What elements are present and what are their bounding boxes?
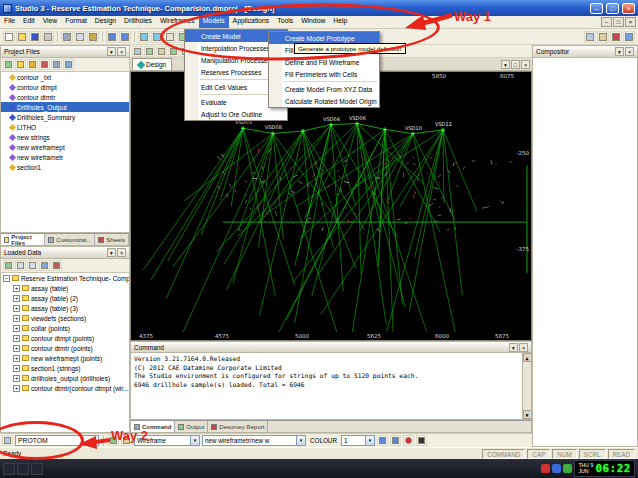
record-icon[interactable]	[403, 435, 414, 446]
minimize-button[interactable]: –	[590, 3, 603, 14]
scroll-down-icon[interactable]: ▼	[523, 410, 532, 419]
tree-item[interactable]: contour dtmtr	[1, 92, 129, 102]
tree-item[interactable]: new wireframetr	[1, 152, 129, 162]
tree-item[interactable]: +assay (table)	[1, 283, 129, 293]
tab-command[interactable]: Command	[131, 421, 175, 432]
zoom-in-icon[interactable]	[138, 31, 150, 43]
mdi-close-button[interactable]: ×	[625, 17, 636, 27]
expand-icon[interactable]: +	[13, 335, 20, 342]
menu-tools[interactable]: Tools	[273, 16, 297, 28]
tray-status-icon[interactable]	[563, 464, 572, 473]
compositor-pin-icon[interactable]: ▾	[615, 47, 624, 56]
collapse-icon[interactable]: −	[3, 275, 10, 282]
copy-icon[interactable]	[74, 31, 86, 43]
tree-item-selected[interactable]: Drillholes_Output	[1, 102, 129, 112]
menu-item-fill-perimeters-with-cells[interactable]: Fill Perimeters with Cells	[269, 68, 379, 80]
tab-customization[interactable]: Customizat...	[45, 234, 95, 245]
expand-icon[interactable]: +	[13, 325, 20, 332]
tab-design[interactable]: Design	[132, 58, 172, 70]
tree-item[interactable]: section1	[1, 162, 129, 172]
taskbar-app-icon[interactable]	[31, 463, 43, 475]
scroll-up-icon[interactable]: ▲	[523, 353, 532, 362]
expand-icon[interactable]: +	[13, 385, 20, 392]
pf-delete-icon[interactable]	[39, 59, 50, 70]
macro-icon[interactable]	[121, 435, 132, 446]
menu-models[interactable]: Models	[199, 16, 229, 28]
expand-icon[interactable]: +	[13, 285, 20, 292]
tree-item[interactable]: contour _txt	[1, 72, 129, 82]
mdi-minimize-button[interactable]: –	[601, 17, 612, 27]
menu-edit[interactable]: Edit	[19, 16, 39, 28]
tree-item[interactable]: +assay (table) (2)	[1, 293, 129, 303]
tree-item[interactable]: contour dtmpt	[1, 82, 129, 92]
loaded-data-close-icon[interactable]: ×	[117, 248, 126, 257]
menu-item-adjust-to-ore-outline[interactable]: Adjust to Ore Outline	[185, 108, 287, 120]
pf-filter-icon[interactable]	[63, 59, 74, 70]
colour-combo[interactable]: 1 ▾	[341, 435, 375, 446]
project-files-close-icon[interactable]: ×	[117, 47, 126, 56]
viewtab-restore-icon[interactable]: □	[511, 60, 520, 69]
zoom-out-icon[interactable]	[151, 31, 163, 43]
menu-help[interactable]: Help	[329, 16, 351, 28]
menu-format[interactable]: Format	[61, 16, 91, 28]
pf-properties-icon[interactable]	[51, 59, 62, 70]
tray-record-icon[interactable]	[541, 464, 550, 473]
run-command-icon[interactable]	[108, 435, 119, 446]
tree-item[interactable]: +viewdefs (sections)	[1, 313, 129, 323]
expand-icon[interactable]: +	[13, 305, 20, 312]
save-icon[interactable]	[29, 31, 41, 43]
refresh-view-icon[interactable]	[168, 46, 179, 57]
print-icon[interactable]	[42, 31, 54, 43]
section-view-icon[interactable]	[144, 46, 155, 57]
grid-view-icon[interactable]	[584, 31, 596, 43]
command-output[interactable]: Version 3.21.7164.0.Released (C) 2012 CA…	[130, 353, 532, 420]
expand-icon[interactable]: +	[13, 295, 20, 302]
menu-item-create-model-from-xyz[interactable]: Create Model From XYZ Data	[269, 83, 379, 95]
tree-item[interactable]: +new wireframept (points)	[1, 353, 129, 363]
object-type-combo[interactable]: Wireframe ▾	[134, 435, 200, 446]
taskbar-app-icon[interactable]	[17, 463, 29, 475]
expand-icon[interactable]: +	[13, 345, 20, 352]
taskbar-app-icon[interactable]	[3, 463, 15, 475]
expand-icon[interactable]: +	[13, 355, 20, 362]
viewtab-close-icon[interactable]: ×	[521, 60, 530, 69]
loaded-data-pin-icon[interactable]: ▾	[107, 248, 116, 257]
cut-icon[interactable]	[61, 31, 73, 43]
menu-item-calculate-rotated-model-origin[interactable]: Calculate Rotated Model Origin	[269, 95, 379, 107]
tab-desurvey-report[interactable]: Desurvey Report	[208, 421, 268, 432]
chevron-down-icon[interactable]: ▾	[296, 436, 305, 445]
ld-refresh-icon[interactable]	[3, 260, 14, 271]
ld-filter-icon[interactable]	[39, 260, 50, 271]
menu-view[interactable]: View	[39, 16, 62, 28]
tree-item[interactable]: LITHO	[1, 122, 129, 132]
menu-design[interactable]: Design	[91, 16, 120, 28]
pan-icon[interactable]	[164, 31, 176, 43]
wireframe-object-combo[interactable]: new wireframetr/new w ▾	[202, 435, 306, 446]
menu-drillholes[interactable]: Drillholes	[120, 16, 156, 28]
close-button[interactable]: ×	[622, 3, 635, 14]
tree-item[interactable]: Drillholes_Summary	[1, 112, 129, 122]
command-close-icon[interactable]: ×	[519, 343, 528, 352]
maximize-button[interactable]: □	[606, 3, 619, 14]
compositor-body[interactable]	[532, 58, 638, 447]
chevron-down-icon[interactable]: ▾	[365, 436, 374, 445]
tree-item[interactable]: +assay (table) (3)	[1, 303, 129, 313]
tray-network-icon[interactable]	[552, 464, 561, 473]
expand-icon[interactable]: +	[13, 315, 20, 322]
expand-icon[interactable]: +	[13, 365, 20, 372]
command-prompt-icon[interactable]	[2, 435, 13, 446]
tree-item[interactable]: new strings	[1, 132, 129, 142]
compositor-close-icon[interactable]: ×	[625, 47, 634, 56]
tree-item[interactable]: +drillholes_output (drillholes)	[1, 373, 129, 383]
table-view-icon[interactable]	[597, 31, 609, 43]
tab-project-files[interactable]: Project Files	[1, 234, 45, 245]
paste-icon[interactable]	[87, 31, 99, 43]
tree-item[interactable]: new wireframept	[1, 142, 129, 152]
command-input[interactable]	[15, 435, 99, 446]
command-scrollbar[interactable]: ▲ ▼	[522, 353, 531, 419]
redo-icon[interactable]	[119, 31, 131, 43]
help-icon[interactable]	[623, 31, 635, 43]
pf-refresh-icon[interactable]	[3, 59, 14, 70]
plan-view-icon[interactable]	[132, 46, 143, 57]
tree-item[interactable]: +collar (points)	[1, 323, 129, 333]
